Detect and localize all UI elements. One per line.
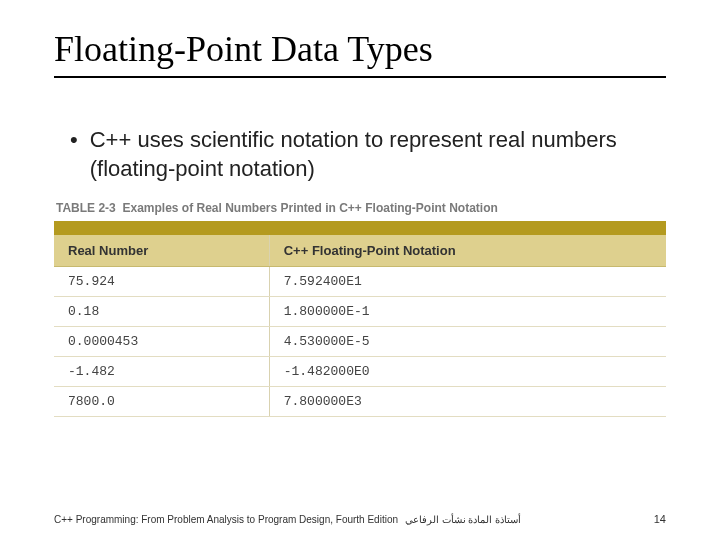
data-table: Real Number C++ Floating-Point Notation …: [54, 235, 666, 417]
cell-real: 7800.0: [54, 387, 269, 417]
slide-footer: C++ Programming: From Problem Analysis t…: [54, 513, 666, 526]
bullet-item: • C++ uses scientific notation to repres…: [70, 126, 666, 183]
table-header-row: Real Number C++ Floating-Point Notation: [54, 235, 666, 267]
col-header-fp: C++ Floating-Point Notation: [269, 235, 666, 267]
slide-title: Floating-Point Data Types: [54, 28, 666, 78]
footer-left: C++ Programming: From Problem Analysis t…: [54, 513, 521, 526]
bullet-list: • C++ uses scientific notation to repres…: [54, 126, 666, 183]
table-caption: TABLE 2-3 Examples of Real Numbers Print…: [56, 201, 666, 215]
bullet-text: C++ uses scientific notation to represen…: [90, 126, 666, 183]
cell-real: -1.482: [54, 357, 269, 387]
table-row: -1.482 -1.482000E0: [54, 357, 666, 387]
col-header-real: Real Number: [54, 235, 269, 267]
table-row: 0.18 1.800000E-1: [54, 297, 666, 327]
cell-fp: 4.530000E-5: [269, 327, 666, 357]
table-row: 75.924 7.592400E1: [54, 267, 666, 297]
cell-fp: -1.482000E0: [269, 357, 666, 387]
table-row: 0.0000453 4.530000E-5: [54, 327, 666, 357]
bullet-icon: •: [70, 126, 78, 155]
table-caption-prefix: TABLE 2-3: [56, 201, 116, 215]
page-number: 14: [654, 513, 666, 525]
footer-text-en: C++ Programming: From Problem Analysis t…: [54, 514, 398, 525]
footer-text-ar: أستاذة المادة نشأت الرفاعي: [405, 514, 521, 525]
table-container: Real Number C++ Floating-Point Notation …: [54, 221, 666, 417]
cell-fp: 7.800000E3: [269, 387, 666, 417]
cell-real: 0.18: [54, 297, 269, 327]
cell-real: 75.924: [54, 267, 269, 297]
table-row: 7800.0 7.800000E3: [54, 387, 666, 417]
table-caption-text: Examples of Real Numbers Printed in C++ …: [122, 201, 497, 215]
cell-fp: 1.800000E-1: [269, 297, 666, 327]
cell-fp: 7.592400E1: [269, 267, 666, 297]
cell-real: 0.0000453: [54, 327, 269, 357]
